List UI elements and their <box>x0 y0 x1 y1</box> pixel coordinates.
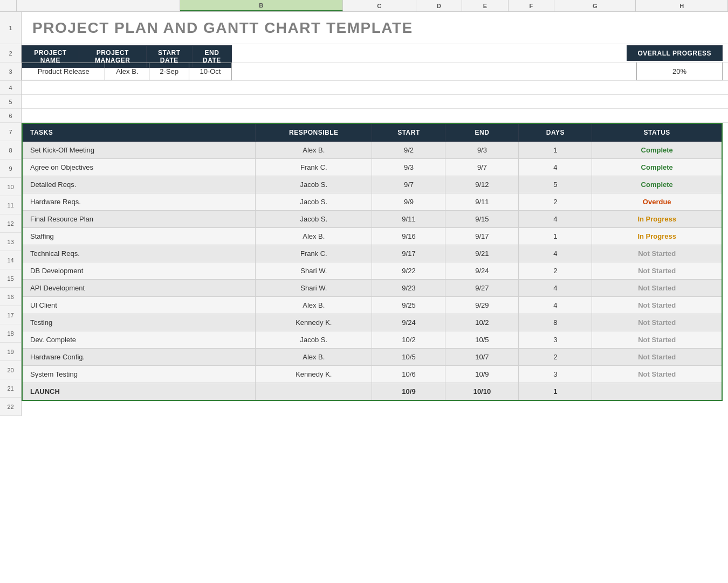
task-start: 9/22 <box>372 262 445 280</box>
task-name: Testing <box>22 314 256 331</box>
col-d-label: D <box>416 0 462 11</box>
sheet-body: 1 2 3 4 5 6 7 8 9 10 11 12 13 14 15 16 1… <box>0 12 728 416</box>
task-responsible: Alex B. <box>256 297 372 314</box>
task-responsible: Shari W. <box>256 262 372 280</box>
status-col-header: STATUS <box>592 123 722 142</box>
task-start: 10/9 <box>372 383 445 401</box>
task-start: 9/7 <box>372 176 445 193</box>
task-start: 9/3 <box>372 159 445 176</box>
task-name: API Development <box>22 280 256 297</box>
task-responsible: Alex B. <box>256 228 372 245</box>
task-status: Not Started <box>592 297 722 314</box>
table-row: Final Resource PlanJacob S.9/119/154In P… <box>22 211 722 228</box>
task-end: 10/2 <box>445 314 519 331</box>
col-a-label <box>17 0 180 11</box>
overall-progress-value: 20% <box>636 63 723 80</box>
table-row: DB DevelopmentShari W.9/229/242Not Start… <box>22 262 722 280</box>
task-end: 9/21 <box>445 245 519 262</box>
task-status: Complete <box>592 142 722 159</box>
task-days: 5 <box>519 176 592 193</box>
task-name: Set Kick-Off Meeting <box>22 142 256 159</box>
task-responsible: Frank C. <box>256 159 372 176</box>
proj-name-value: Product Release <box>22 63 105 80</box>
task-end: 10/10 <box>445 383 519 401</box>
table-row: StaffingAlex B.9/169/171In Progress <box>22 228 722 245</box>
task-name: System Testing <box>22 366 256 383</box>
empty-row-5 <box>22 95 728 109</box>
task-status: Not Started <box>592 262 722 280</box>
task-days: 3 <box>519 366 592 383</box>
task-end: 9/15 <box>445 211 519 228</box>
row-num-9: 9 <box>0 159 21 178</box>
table-row: API DevelopmentShari W.9/239/274Not Star… <box>22 280 722 297</box>
task-end: 9/29 <box>445 297 519 314</box>
task-end: 10/7 <box>445 349 519 366</box>
task-start: 10/5 <box>372 349 445 366</box>
table-row: Dev. CompleteJacob S.10/210/53Not Starte… <box>22 331 722 349</box>
task-status <box>592 383 722 401</box>
task-name: Technical Reqs. <box>22 245 256 262</box>
row-num-6: 6 <box>0 109 21 123</box>
task-status: Not Started <box>592 366 722 383</box>
task-end: 10/9 <box>445 366 519 383</box>
task-status: In Progress <box>592 211 722 228</box>
table-row: Hardware Reqs.Jacob S.9/99/112Overdue <box>22 193 722 211</box>
task-days: 4 <box>519 245 592 262</box>
task-name: UI Client <box>22 297 256 314</box>
table-row: Hardware Config.Alex B.10/510/72Not Star… <box>22 349 722 366</box>
main-title: PROJECT PLAN AND GANTT CHART TEMPLATE <box>32 19 413 37</box>
task-name: LAUNCH <box>22 383 256 401</box>
row-num-8: 8 <box>0 141 21 159</box>
task-responsible: Alex B. <box>256 349 372 366</box>
proj-manager-value: Alex B. <box>105 63 149 80</box>
task-start: 9/24 <box>372 314 445 331</box>
col-c-label: C <box>343 0 416 11</box>
task-status: Not Started <box>592 245 722 262</box>
table-row: UI ClientAlex B.9/259/294Not Started <box>22 297 722 314</box>
task-responsible: Frank C. <box>256 245 372 262</box>
task-start: 9/16 <box>372 228 445 245</box>
task-status: Not Started <box>592 331 722 349</box>
task-days: 2 <box>519 262 592 280</box>
row-num-20: 20 <box>0 361 21 379</box>
task-start: 9/9 <box>372 193 445 211</box>
tasks-col-header: TASKS <box>22 123 256 142</box>
task-days: 4 <box>519 297 592 314</box>
tasks-section: TASKS RESPONSIBLE START END DAYS STATUS … <box>22 123 728 401</box>
row-num-19: 19 <box>0 343 21 361</box>
task-start: 9/23 <box>372 280 445 297</box>
task-status: Not Started <box>592 314 722 331</box>
corner-cell <box>0 0 17 11</box>
spreadsheet-wrapper: B C D E F G H 1 2 3 4 5 6 7 8 9 10 11 12… <box>0 0 728 416</box>
row-num-13: 13 <box>0 233 21 251</box>
row-num-16: 16 <box>0 288 21 306</box>
task-start: 9/17 <box>372 245 445 262</box>
row-num-4: 4 <box>0 81 21 95</box>
col-header-bar: B C D E F G H <box>0 0 728 12</box>
row-num-12: 12 <box>0 214 21 233</box>
task-name: Final Resource Plan <box>22 211 256 228</box>
task-name: Hardware Config. <box>22 349 256 366</box>
task-responsible: Alex B. <box>256 142 372 159</box>
col-b-label[interactable]: B <box>180 0 343 11</box>
row-num-17: 17 <box>0 306 21 324</box>
tasks-header-row: TASKS RESPONSIBLE START END DAYS STATUS <box>22 123 722 142</box>
table-row: Agree on ObjectivesFrank C.9/39/74Comple… <box>22 159 722 176</box>
start-date-value: 2-Sep <box>149 63 189 80</box>
task-status: Overdue <box>592 193 722 211</box>
task-status: Complete <box>592 176 722 193</box>
row-num-2: 2 <box>0 44 21 63</box>
task-status: Not Started <box>592 349 722 366</box>
task-end: 9/7 <box>445 159 519 176</box>
task-status: Complete <box>592 159 722 176</box>
task-start: 9/2 <box>372 142 445 159</box>
row-num-5: 5 <box>0 95 21 109</box>
col-g-label: G <box>554 0 636 11</box>
task-days: 4 <box>519 211 592 228</box>
days-col-header: DAYS <box>519 123 592 142</box>
row-num-18: 18 <box>0 324 21 343</box>
task-days: 8 <box>519 314 592 331</box>
table-row: LAUNCH10/910/101 <box>22 383 722 401</box>
task-days: 1 <box>519 383 592 401</box>
title-row: PROJECT PLAN AND GANTT CHART TEMPLATE <box>22 12 728 44</box>
